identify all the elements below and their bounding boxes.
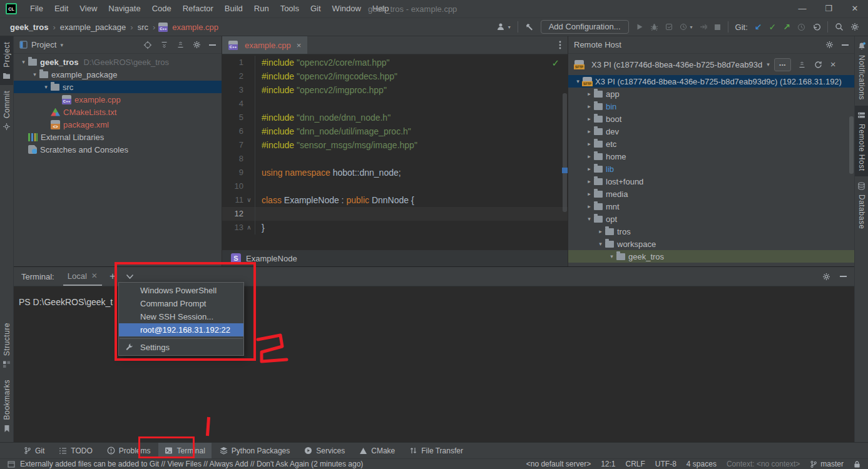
tab-close-icon[interactable]: × — [297, 41, 302, 50]
tree-item-workspace[interactable]: ▾workspace — [568, 238, 854, 250]
tree-item-media[interactable]: ▸media — [568, 188, 854, 200]
breadcrumb-class-name[interactable]: ExampleNode — [246, 254, 297, 263]
tree-item-src[interactable]: ▾src — [14, 81, 222, 93]
menu-item-command-prompt[interactable]: Command Prompt — [119, 297, 243, 310]
git-rollback-icon[interactable] — [812, 23, 820, 31]
tree-item-tros[interactable]: ▸tros — [568, 225, 854, 238]
stripe-item-commit[interactable]: Commit — [0, 85, 13, 136]
code-line-12[interactable]: 12 — [222, 207, 568, 221]
chevron-right-icon[interactable]: ▸ — [585, 178, 594, 184]
menu-run[interactable]: Run — [248, 0, 275, 18]
status-widget-no-default-server[interactable]: <no default server> — [526, 460, 591, 468]
code-line-6[interactable]: 6#include "dnn_node/util/image_proc.h" — [222, 124, 568, 138]
collapse-all-icon[interactable] — [176, 41, 185, 49]
minimize-button[interactable]: — — [789, 1, 815, 17]
refresh-icon[interactable] — [814, 61, 822, 69]
chevron-right-icon[interactable]: ▸ — [585, 203, 594, 209]
search-everywhere-icon[interactable] — [835, 23, 844, 31]
status-widget-utf-8[interactable]: UTF-8 — [655, 460, 677, 468]
profiler-icon[interactable] — [680, 23, 687, 31]
menu-tools[interactable]: Tools — [275, 0, 305, 18]
tree-item-geek-tros[interactable]: ▾geek_tros — [568, 250, 854, 263]
chevron-right-icon[interactable]: ▸ — [585, 128, 594, 134]
remote-tree-scrollbar[interactable] — [849, 116, 854, 174]
code-editor[interactable]: 1#include "opencv2/core/mat.hpp"2#includ… — [222, 54, 568, 250]
tree-item-etc[interactable]: ▸etc — [568, 138, 854, 150]
git-push-button[interactable]: ↗ — [783, 23, 790, 31]
tree-item-example-package[interactable]: ▾example_package — [14, 68, 222, 81]
panel-settings-gear-icon[interactable] — [825, 41, 834, 49]
breadcrumb-item-example-package[interactable]: example_package — [59, 23, 128, 32]
code-line-2[interactable]: 2#include "opencv2/imgcodecs.hpp" — [222, 69, 568, 83]
code-line-11[interactable]: 11∨class ExampleNode : public DnnNode { — [222, 193, 568, 207]
menu-view[interactable]: View — [74, 0, 103, 18]
git-history-icon[interactable] — [797, 23, 805, 31]
code-line-9[interactable]: 9using namespace hobot::dnn_node; — [222, 166, 568, 179]
status-widget-context-no-context[interactable]: Context: <no context> — [727, 460, 800, 468]
toolwindow-button-python-packages[interactable]: Python Packages — [213, 443, 296, 458]
close-panel-icon[interactable]: × — [830, 61, 836, 68]
run-with-coverage-icon[interactable] — [665, 23, 673, 31]
git-commit-button[interactable]: ✓ — [769, 23, 777, 31]
status-widget-master[interactable]: master — [810, 460, 844, 468]
chevron-down-icon[interactable]: ▾ — [607, 253, 616, 260]
menu-git[interactable]: Git — [305, 0, 327, 18]
breadcrumb-item-geek-tros[interactable]: geek_tros — [9, 23, 49, 32]
stripe-item-database[interactable]: Database — [855, 176, 868, 234]
chevron-right-icon[interactable]: ▸ — [585, 91, 594, 97]
build-hammer-icon[interactable] — [525, 23, 534, 31]
chevron-right-icon[interactable]: ▸ — [585, 153, 594, 159]
settings-gear-icon[interactable] — [850, 23, 859, 31]
project-panel-title[interactable]: Project — [31, 40, 56, 49]
tree-item-opt[interactable]: ▾opt — [568, 213, 854, 225]
toolwindow-button-services[interactable]: Services — [298, 443, 351, 458]
chevron-down-icon[interactable]: ▾ — [41, 84, 51, 90]
menu-build[interactable]: Build — [219, 0, 248, 18]
tree-item-x3-pi-c187746d-8bea-436e-b725-b8d7eab93d9c-192-168-31-192[interactable]: ▾X3 PI (c187746d-8bea-436e-b725-b8d7eab9… — [568, 75, 854, 88]
menu-code[interactable]: Code — [146, 0, 177, 18]
status-widget-crlf[interactable]: CRLF — [626, 460, 645, 468]
expand-all-icon[interactable] — [160, 41, 168, 49]
code-line-4[interactable]: 4 — [222, 97, 568, 111]
tab-example-cpp[interactable]: example.cpp × — [222, 36, 307, 54]
menu-refactor[interactable]: Refactor — [177, 0, 219, 18]
hide-panel-icon[interactable] — [842, 44, 849, 46]
status-widget-lock-icon[interactable] — [854, 460, 860, 468]
stripe-item-remote-host[interactable]: Remote Host — [855, 106, 868, 177]
tree-item-mnt[interactable]: ▸mnt — [568, 200, 854, 213]
toolwindow-button-git[interactable]: Git — [18, 443, 51, 458]
status-widget-4-spaces[interactable]: 4 spaces — [687, 460, 717, 468]
code-line-13[interactable]: 13∧} — [222, 221, 568, 234]
toolwindow-button-cmake[interactable]: CMake — [353, 443, 401, 458]
fold-marker-icon[interactable]: ∧ — [243, 221, 255, 234]
stripe-item-bookmarks[interactable]: Bookmarks — [0, 374, 13, 438]
chevron-right-icon[interactable]: ▸ — [585, 116, 594, 122]
chevron-down-icon[interactable]: ▾ — [573, 78, 583, 84]
stop-button[interactable] — [714, 24, 721, 31]
run-button[interactable] — [636, 23, 643, 31]
stripe-item-project[interactable]: Project — [0, 36, 13, 85]
tree-item-example-cpp[interactable]: example.cpp — [14, 93, 222, 106]
chevron-down-icon[interactable]: ▾ — [30, 71, 39, 78]
collapse-all-icon[interactable] — [798, 61, 806, 69]
toolwindow-button-file-transfer[interactable]: File Transfer — [403, 443, 469, 458]
panel-settings-gear-icon[interactable] — [193, 41, 201, 49]
hide-panel-icon[interactable] — [840, 276, 847, 277]
chevron-right-icon[interactable]: ▸ — [585, 166, 594, 172]
user-account-icon[interactable] — [496, 23, 505, 31]
tree-item-lib[interactable]: ▸lib — [568, 163, 854, 175]
editor-scrollbar[interactable] — [563, 93, 567, 212]
connection-selector[interactable]: X3 PI (c187746d-8bea-436e-b725-b8d7eab93… — [591, 60, 762, 69]
menu-file[interactable]: File — [24, 0, 49, 18]
tree-item-cmakelists-txt[interactable]: CMakeLists.txt — [14, 106, 222, 118]
code-line-5[interactable]: 5#include "dnn_node/dnn_node.h" — [222, 111, 568, 124]
code-line-3[interactable]: 3#include "opencv2/imgproc.hpp" — [222, 83, 568, 97]
fold-marker-icon[interactable]: ∨ — [243, 193, 255, 207]
stripe-item-structure[interactable]: Structure — [0, 317, 13, 374]
chevron-down-icon[interactable]: ▾ — [60, 42, 63, 48]
menu-item-windows-powershell[interactable]: Windows PowerShell — [119, 284, 243, 297]
menu-item-settings[interactable]: Settings — [119, 341, 243, 354]
chevron-down-icon[interactable]: ▾ — [596, 241, 605, 247]
git-update-button[interactable]: ↙ — [755, 23, 762, 31]
menu-item-root-192-168-31-192-22[interactable]: root@192.168.31.192:22 — [119, 323, 243, 336]
